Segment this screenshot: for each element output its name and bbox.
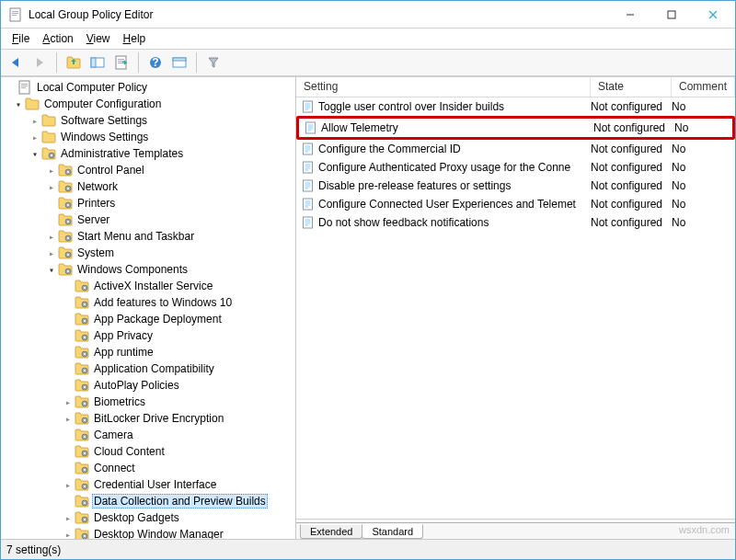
tree-wc-gadgets[interactable]: Desktop Gadgets xyxy=(3,509,295,526)
policy-icon xyxy=(302,179,315,192)
setting-comment: No xyxy=(672,143,735,155)
tree-wc-appcompat[interactable]: Application Compatibility xyxy=(3,360,295,377)
back-button[interactable] xyxy=(5,51,27,74)
svg-rect-20 xyxy=(173,58,186,61)
document-icon xyxy=(17,80,32,95)
setting-name: Disable pre-release features or settings xyxy=(318,179,511,192)
up-button[interactable] xyxy=(63,51,85,74)
tree-wc-addfeat[interactable]: Add features to Windows 10 xyxy=(3,294,295,311)
tree-wc-biom[interactable]: Biometrics xyxy=(3,394,295,410)
folder-gear-icon xyxy=(75,296,89,309)
menu-view[interactable]: View xyxy=(81,30,116,47)
folder-gear-icon xyxy=(75,346,89,359)
folder-gear-icon xyxy=(58,246,73,259)
tree-wc-autoplay[interactable]: AutoPlay Policies xyxy=(3,377,295,394)
folder-gear-icon xyxy=(41,147,56,160)
folder-icon xyxy=(25,97,40,110)
details-pane: Setting State Comment Toggle user contro… xyxy=(296,77,735,539)
folder-icon xyxy=(41,114,56,127)
tree-wc-apppkg[interactable]: App Package Deployment xyxy=(3,311,295,327)
folder-gear-icon xyxy=(75,478,89,491)
tree-wc-bitlocker[interactable]: BitLocker Drive Encryption xyxy=(3,410,295,427)
setting-name: Configure the Commercial ID xyxy=(318,143,461,155)
policy-icon xyxy=(305,121,317,134)
menu-action[interactable]: Action xyxy=(37,30,78,47)
window: Local Group Policy Editor File Action Vi… xyxy=(0,0,736,560)
setting-state: Not configured xyxy=(591,143,672,155)
folder-gear-icon xyxy=(58,197,73,210)
tree-windows-components[interactable]: Windows Components xyxy=(3,261,295,278)
tree-wc-datacoll[interactable]: Data Collection and Preview Builds xyxy=(3,493,295,509)
tree-wc-connect[interactable]: Connect xyxy=(3,460,295,476)
setting-state: Not configured xyxy=(593,121,674,134)
setting-name: Toggle user control over Insider builds xyxy=(318,100,504,113)
maximize-button[interactable] xyxy=(650,5,692,25)
tree-wc-dwm[interactable]: Desktop Window Manager xyxy=(3,526,295,539)
forward-button[interactable] xyxy=(29,51,51,74)
setting-state: Not configured xyxy=(591,216,672,229)
setting-row[interactable]: Toggle user control over Insider buildsN… xyxy=(296,97,735,116)
setting-state: Not configured xyxy=(591,198,672,211)
policy-icon xyxy=(302,161,315,174)
titlebar: Local Group Policy Editor xyxy=(1,1,735,29)
setting-row[interactable]: Configure the Commercial IDNot configure… xyxy=(296,140,735,158)
tree-administrative-templates[interactable]: Administrative Templates xyxy=(3,145,295,162)
status-text: 7 setting(s) xyxy=(6,543,61,556)
setting-comment: No xyxy=(672,198,735,211)
tree-software-settings[interactable]: Software Settings xyxy=(3,112,295,129)
folder-gear-icon xyxy=(58,180,73,193)
folder-gear-icon xyxy=(58,164,73,177)
setting-comment: No xyxy=(672,179,735,192)
tree-system[interactable]: System xyxy=(3,245,295,261)
menu-file[interactable]: File xyxy=(6,30,35,47)
tree-network[interactable]: Network xyxy=(3,178,295,195)
setting-state: Not configured xyxy=(591,100,672,113)
close-button[interactable] xyxy=(692,5,733,25)
svg-text:?: ? xyxy=(152,56,158,69)
folder-gear-icon xyxy=(75,329,89,342)
tree-wc-apppriv[interactable]: App Privacy xyxy=(3,327,295,344)
setting-row[interactable]: Configure Authenticated Proxy usage for … xyxy=(296,158,735,177)
policy-icon xyxy=(302,198,315,211)
tree-server[interactable]: Server xyxy=(3,211,295,228)
setting-state: Not configured xyxy=(591,179,672,192)
help-button[interactable]: ? xyxy=(144,51,167,74)
tree-start-menu[interactable]: Start Menu and Taskbar xyxy=(3,228,295,245)
tree-wc-apprun[interactable]: App runtime xyxy=(3,344,295,360)
tree-wc-clouddoc[interactable]: Cloud Content xyxy=(3,443,295,460)
show-hide-tree-button[interactable] xyxy=(86,51,109,74)
menu-help[interactable]: Help xyxy=(118,30,152,47)
minimize-button[interactable] xyxy=(609,5,650,25)
tree-wc-activex[interactable]: ActiveX Installer Service xyxy=(3,278,295,294)
statusbar: 7 setting(s) xyxy=(1,539,735,559)
policy-icon xyxy=(302,216,315,229)
setting-row[interactable]: Do not show feedback notificationsNot co… xyxy=(296,213,735,232)
tree-wc-camera[interactable]: Camera xyxy=(3,427,295,443)
tab-extended[interactable]: Extended xyxy=(300,524,362,539)
column-state[interactable]: State xyxy=(591,77,672,97)
folder-gear-icon xyxy=(75,362,89,375)
setting-row[interactable]: Disable pre-release features or settings… xyxy=(296,177,735,195)
column-comment[interactable]: Comment xyxy=(672,77,735,97)
highlighted-setting: Allow TelemetryNot configuredNo xyxy=(296,116,735,140)
setting-row[interactable]: Allow TelemetryNot configuredNo xyxy=(299,119,732,137)
settings-list[interactable]: Setting State Comment Toggle user contro… xyxy=(296,77,735,519)
svg-rect-12 xyxy=(668,11,675,18)
tree-root[interactable]: Local Computer Policy xyxy=(3,79,295,96)
export-list-button[interactable] xyxy=(110,51,132,74)
tree-wc-credui[interactable]: Credential User Interface xyxy=(3,476,295,493)
filter-button[interactable] xyxy=(202,51,224,74)
tree-control-panel[interactable]: Control Panel xyxy=(3,162,295,178)
folder-gear-icon xyxy=(75,528,89,539)
setting-name: Configure Connected User Experiences and… xyxy=(318,198,576,211)
tab-standard[interactable]: Standard xyxy=(362,524,423,539)
setting-comment: No xyxy=(672,216,735,229)
tree-printers[interactable]: Printers xyxy=(3,195,295,211)
properties-button[interactable] xyxy=(168,51,190,74)
tree-pane[interactable]: Local Computer Policy Computer Configura… xyxy=(1,77,296,539)
tree-windows-settings[interactable]: Windows Settings xyxy=(3,129,295,145)
tree-computer-configuration[interactable]: Computer Configuration xyxy=(3,96,295,112)
setting-row[interactable]: Configure Connected User Experiences and… xyxy=(296,195,735,213)
setting-name: Configure Authenticated Proxy usage for … xyxy=(318,161,570,174)
column-setting[interactable]: Setting xyxy=(296,77,591,97)
